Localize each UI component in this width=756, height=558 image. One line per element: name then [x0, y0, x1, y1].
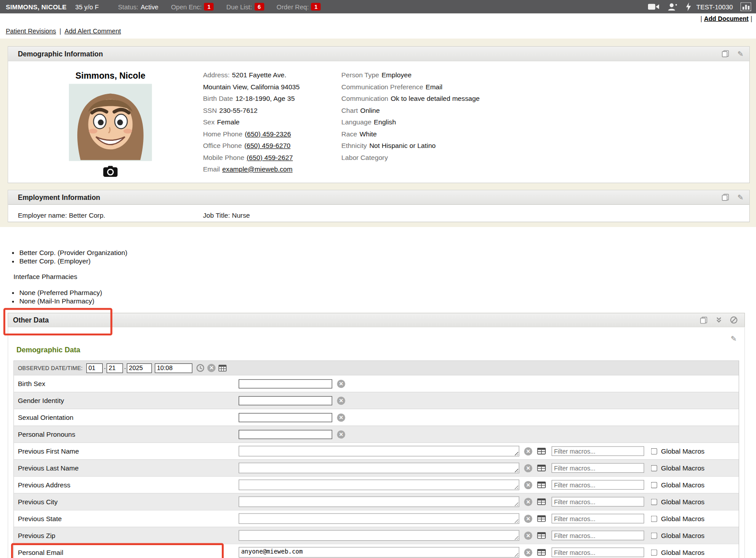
order-req-badge[interactable]: 1	[311, 3, 321, 11]
filter-macros-input[interactable]	[552, 497, 644, 506]
observed-year-input[interactable]	[127, 363, 152, 373]
clear-icon[interactable]: ✕	[524, 464, 532, 472]
macro-list-icon[interactable]	[537, 465, 546, 471]
table-row-personal-pronouns: Personal Pronouns ✕	[14, 426, 738, 442]
patient-revisions-link[interactable]: Patient Revisions	[6, 27, 56, 34]
global-macros-checkbox[interactable]	[651, 482, 657, 488]
birth-sex-input[interactable]	[239, 379, 332, 388]
clear-icon[interactable]: ✕	[208, 364, 216, 372]
edit-icon[interactable]: ✎	[737, 50, 744, 57]
table-row-previous-zip: Previous Zip ✕ Global Macros	[14, 527, 738, 544]
previous-first-name-textarea[interactable]	[239, 446, 519, 456]
history-clock-icon[interactable]	[196, 364, 204, 372]
video-call-icon[interactable]	[648, 3, 660, 11]
clear-icon[interactable]: ✕	[524, 531, 532, 539]
macro-list-icon[interactable]	[537, 515, 546, 522]
clear-icon[interactable]: ✕	[524, 498, 532, 506]
filter-macros-input[interactable]	[552, 530, 644, 540]
patient-header-bar: SIMMONS, NICOLE 35 y/o F Status: Active …	[0, 0, 756, 13]
clear-icon[interactable]: ✕	[337, 413, 345, 421]
filter-macros-input[interactable]	[552, 446, 644, 456]
employment-information-section: Employment Information ✎ Employer name: …	[8, 190, 750, 222]
camera-icon[interactable]	[103, 166, 118, 177]
ssn-value: 230-55-7612	[219, 106, 257, 114]
previous-last-name-textarea[interactable]	[239, 462, 519, 473]
patient-name: SIMMONS, NICOLE	[6, 3, 67, 10]
observed-day-input[interactable]	[107, 363, 123, 373]
table-row-birth-sex: Birth Sex ✕	[14, 375, 738, 392]
previous-address-textarea[interactable]	[239, 479, 519, 490]
observed-month-input[interactable]	[87, 363, 103, 373]
previous-zip-textarea[interactable]	[239, 530, 519, 541]
edit-icon[interactable]: ✎	[737, 194, 744, 201]
demographic-information-section: Demographic Information ✎ Simmons, Nicol…	[8, 46, 750, 183]
filter-macros-input[interactable]	[552, 480, 644, 490]
global-macros-checkbox[interactable]	[651, 549, 657, 555]
global-macros-checkbox[interactable]	[651, 515, 657, 522]
personal-email-textarea[interactable]: anyone@mieweb.com	[239, 547, 519, 558]
demographic-section-header: Demographic Information ✎	[8, 47, 749, 61]
gender-identity-input[interactable]	[239, 396, 332, 405]
macro-list-icon[interactable]	[537, 549, 546, 556]
demographic-left-column: Address:5201 Fayette Ave. Mountain View,…	[203, 69, 300, 175]
clear-icon[interactable]: ✕	[524, 514, 532, 522]
pipe-separator: |	[700, 15, 702, 22]
table-row-previous-first-name: Previous First Name ✕ Global Macros	[14, 442, 738, 459]
add-person-icon[interactable]	[668, 3, 678, 11]
stats-chart-icon[interactable]	[740, 2, 751, 11]
previous-city-textarea[interactable]	[239, 496, 519, 507]
open-enc-field: Open Enc: 1	[171, 3, 214, 11]
print-icon[interactable]	[722, 50, 729, 57]
add-document-link[interactable]: Add Document	[704, 15, 748, 22]
document-actions-row: | Add Document |	[0, 13, 756, 23]
disable-icon[interactable]	[730, 316, 737, 324]
language-value: English	[374, 118, 396, 126]
global-macros-checkbox[interactable]	[651, 532, 657, 538]
email-link[interactable]: example@mieweb.com	[222, 165, 292, 173]
office-phone-link[interactable]: (650) 459-6270	[244, 142, 291, 149]
field-label: Address:	[203, 71, 230, 78]
print-icon[interactable]	[722, 194, 729, 201]
patient-avatar[interactable]	[69, 84, 152, 161]
field-label: SSN	[203, 106, 217, 114]
filter-macros-input[interactable]	[552, 514, 644, 523]
address-value-line2: Mountain View, California 94035	[203, 83, 300, 90]
collapse-icon[interactable]	[716, 317, 722, 323]
macro-list-icon[interactable]	[537, 482, 546, 488]
quick-action-icon[interactable]	[686, 2, 692, 11]
global-macros-checkbox[interactable]	[651, 465, 657, 471]
filter-macros-input[interactable]	[552, 463, 644, 473]
global-macros-label: Global Macros	[661, 464, 704, 472]
field-label: Language	[341, 118, 372, 126]
clear-icon[interactable]: ✕	[337, 430, 345, 438]
clear-icon[interactable]: ✕	[524, 447, 532, 455]
print-icon[interactable]	[700, 316, 708, 323]
due-list-badge[interactable]: 6	[254, 3, 264, 11]
demographic-section-icons: ✎	[722, 50, 743, 57]
macro-list-icon[interactable]	[537, 498, 546, 505]
edit-icon[interactable]: ✎	[731, 335, 737, 342]
previous-state-textarea[interactable]	[239, 513, 519, 524]
macro-list-icon[interactable]	[537, 532, 546, 539]
observed-time-input[interactable]	[155, 363, 193, 373]
clear-icon[interactable]: ✕	[337, 379, 345, 387]
global-macros-checkbox[interactable]	[651, 448, 657, 454]
mobile-phone-link[interactable]: (650) 459-2627	[247, 154, 293, 161]
global-macros-checkbox[interactable]	[651, 498, 657, 505]
list-item: None (Mail-In Pharmacy)	[19, 297, 756, 306]
macro-list-icon[interactable]	[537, 448, 546, 454]
filter-macros-input[interactable]	[552, 547, 644, 557]
clear-icon[interactable]: ✕	[524, 548, 532, 556]
due-list-label: Due List:	[226, 3, 252, 10]
sexual-orientation-input[interactable]	[239, 413, 332, 422]
add-alert-comment-link[interactable]: Add Alert Comment	[64, 27, 121, 34]
open-enc-badge[interactable]: 1	[204, 3, 214, 11]
personal-pronouns-input[interactable]	[239, 430, 332, 439]
employment-section-body: Employer name: Better Corp. Job Title: N…	[8, 205, 749, 222]
address-value: 5201 Fayette Ave.	[232, 71, 286, 78]
calendar-icon[interactable]	[219, 364, 227, 371]
open-enc-label: Open Enc:	[171, 3, 202, 10]
clear-icon[interactable]: ✕	[337, 396, 345, 404]
clear-icon[interactable]: ✕	[524, 481, 532, 489]
home-phone-link[interactable]: (650) 459-2326	[245, 130, 291, 137]
